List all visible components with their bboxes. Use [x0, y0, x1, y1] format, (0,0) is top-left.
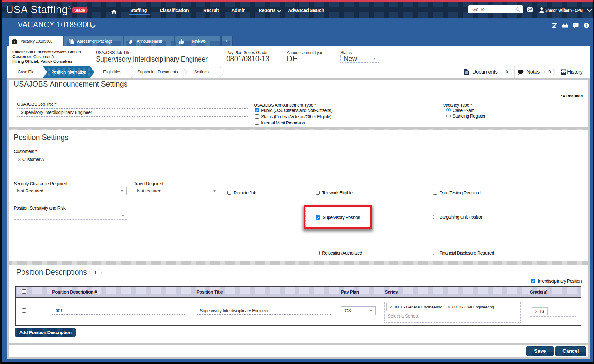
svg-text:?: ? — [585, 23, 587, 28]
